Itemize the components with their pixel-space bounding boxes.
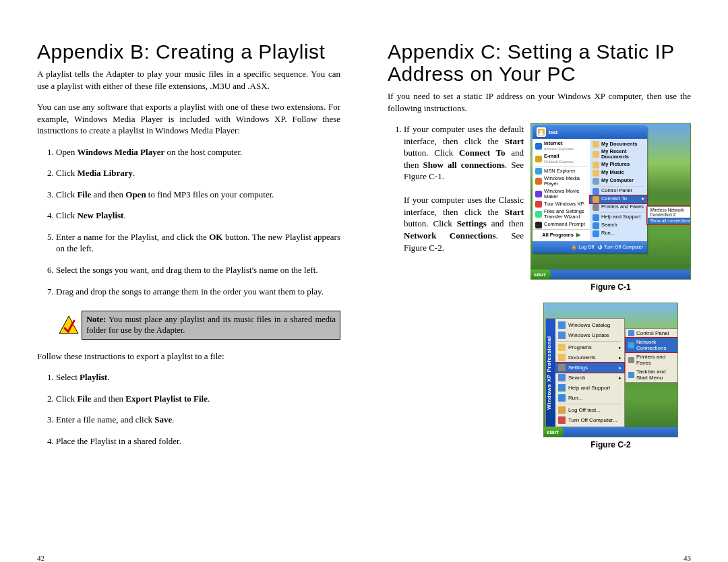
c-search[interactable]: Search▸ — [555, 373, 624, 383]
ip-step-1: If your computer uses the default interf… — [404, 123, 524, 253]
xp-strip: Windows XP Professional — [546, 319, 555, 427]
note-text: Note: You must place any playlist and it… — [82, 311, 340, 340]
start-footer: 🔒 Log Off ⏻ Turn Off Computer — [533, 241, 647, 253]
flyout-wireless[interactable]: Wireless Network Connection 2 — [648, 207, 691, 218]
page-left: Appendix B: Creating a Playlist A playli… — [0, 40, 364, 542]
create-steps-list: Open Windows Media Player on the host co… — [37, 146, 340, 307]
flyout-showall[interactable]: Show all connections — [648, 218, 691, 224]
taskbar-classic: start — [544, 427, 677, 437]
c-programs[interactable]: Programs▸ — [555, 342, 624, 352]
appendix-b-title: Appendix B: Creating a Playlist — [37, 40, 340, 63]
export-intro: Follow these instructions to export a pl… — [37, 350, 340, 363]
f2-printers[interactable]: Printers and Faxes — [626, 352, 678, 367]
step-7: Drag and drop the songs to arrange them … — [56, 286, 340, 298]
start-button-classic[interactable]: start — [544, 427, 564, 437]
user-name: test — [549, 129, 557, 135]
step-3: Click File and then Open to find MP3 fil… — [56, 189, 340, 201]
page-number-left: 42 — [37, 554, 44, 562]
export-step-3: Enter a file name, and click Save. — [56, 414, 340, 426]
intro-para-2: You can use any software that exports a … — [37, 101, 340, 137]
all-programs[interactable]: All Programs▶ — [533, 229, 590, 240]
warning-icon — [56, 311, 82, 340]
shutdown-icon[interactable]: ⏻ Turn Off Computer — [598, 245, 643, 249]
menu-item-moviemaker[interactable]: Windows Movie Maker — [533, 188, 590, 201]
menu-item-fst[interactable]: Files and Settings Transfer Wizard — [533, 208, 590, 221]
figure-c2-screenshot: Windows XP Professional Windows Catalog … — [543, 303, 678, 437]
step-4: Click New Playlist. — [56, 210, 340, 222]
c-logoff[interactable]: Log Off test... — [555, 405, 624, 415]
step-5: Enter a name for the Playlist, and click… — [56, 231, 340, 255]
export-step-1: Select Playlist. — [56, 371, 340, 383]
menu-item-run[interactable]: Run... — [590, 230, 647, 238]
start-right-column: My Documents My Recent Documents My Pict… — [590, 139, 647, 241]
intro-para-1: A playlist tells the Adapter to play you… — [37, 68, 340, 92]
c-help[interactable]: Help and Support — [555, 383, 624, 393]
appendix-c-title: Appendix C: Setting a Static IP Address … — [388, 40, 691, 85]
menu-item-pictures[interactable]: My Pictures — [590, 161, 647, 169]
export-step-2: Click File and then Export Playlist to F… — [56, 393, 340, 405]
menu-item-tour[interactable]: Tour Windows XP — [533, 200, 590, 208]
c-documents[interactable]: Documents▸ — [555, 352, 624, 363]
c-shutdown[interactable]: Turn Off Computer... — [555, 415, 624, 425]
menu-item-mycomputer[interactable]: My Computer — [590, 177, 647, 185]
c-windows-update[interactable]: Windows Update — [555, 330, 624, 340]
menu-item-cmd[interactable]: Command Prompt — [533, 221, 590, 229]
menu-item-search[interactable]: Search — [590, 222, 647, 230]
menu-item-email[interactable]: E-mailOutlook Express — [533, 153, 590, 166]
menu-item-connect-to[interactable]: Connect To▸ — [590, 195, 647, 204]
start-left-column: InternetInternet Explorer E-mailOutlook … — [533, 139, 590, 241]
f2-control-panel[interactable]: Control Panel — [626, 329, 678, 338]
note-box: Note: You must place any playlist and it… — [56, 311, 340, 340]
step-1: Open Windows Media Player on the host co… — [56, 146, 340, 158]
svg-point-2 — [540, 130, 543, 133]
export-step-4: Place the Playlist in a shared folder. — [56, 435, 340, 447]
step-2: Click Media Library. — [56, 167, 340, 179]
menu-item-mydocs[interactable]: My Documents — [590, 140, 647, 148]
export-steps-list: Select Playlist. Click File and then Exp… — [37, 371, 340, 456]
f2-network-connections[interactable]: Network Connections — [626, 338, 678, 352]
menu-item-controlpanel[interactable]: Control Panel — [590, 187, 647, 195]
start-menu-classic: Windows XP Professional Windows Catalog … — [545, 318, 625, 427]
figure-c2-caption: Figure C-2 — [590, 440, 630, 449]
step-6: Select the songs you want, and drag them… — [56, 264, 340, 276]
menu-item-printers[interactable]: Printers and Faxes — [590, 204, 647, 212]
svg-rect-3 — [539, 133, 543, 135]
step-1-row: If your computer uses the default interf… — [388, 123, 691, 449]
menu-item-recent[interactable]: My Recent Documents — [590, 148, 647, 161]
figure-c1-caption: Figure C-1 — [590, 282, 630, 292]
connect-to-flyout: Wireless Network Connection 2 Show all c… — [647, 206, 691, 224]
start-menu-luna: test InternetInternet Explorer E-mailOut… — [533, 125, 647, 253]
settings-flyout: Control Panel Network Connections Printe… — [625, 328, 678, 383]
figure-c1-screenshot: test InternetInternet Explorer E-mailOut… — [530, 123, 691, 280]
menu-item-msn[interactable]: MSN Explorer — [533, 167, 590, 175]
start-menu-header: test — [533, 125, 647, 139]
page-right: Appendix C: Setting a Static IP Address … — [364, 40, 728, 542]
c-windows-catalog[interactable]: Windows Catalog — [555, 320, 624, 330]
page-number-right: 43 — [684, 554, 691, 562]
menu-item-wmp[interactable]: Windows Media Player — [533, 175, 590, 188]
c-settings[interactable]: Settings▸ — [555, 363, 624, 373]
f2-taskbar[interactable]: Taskbar and Start Menu — [626, 367, 678, 382]
appendix-c-intro: If you need to set a static IP address o… — [388, 90, 691, 114]
menu-item-internet[interactable]: InternetInternet Explorer — [533, 140, 590, 153]
menu-item-help[interactable]: Help and Support — [590, 214, 647, 222]
taskbar: start — [531, 270, 690, 279]
start-button[interactable]: start — [531, 270, 551, 279]
menu-item-music[interactable]: My Music — [590, 169, 647, 177]
ip-steps-list: If your computer uses the default interf… — [388, 123, 524, 253]
c-run[interactable]: Run... — [555, 393, 624, 403]
logoff-icon[interactable]: 🔒 Log Off — [571, 245, 594, 250]
user-avatar-icon — [537, 127, 546, 137]
